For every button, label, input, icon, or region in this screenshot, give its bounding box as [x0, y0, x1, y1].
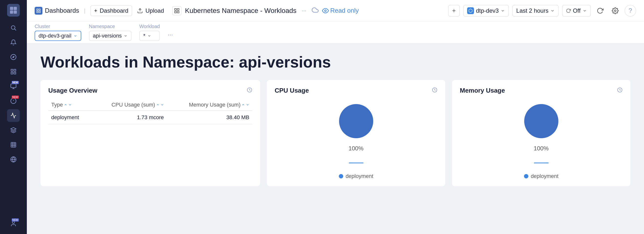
col-memory-usage[interactable]: Memory Usage (sum): [167, 99, 252, 111]
cpu-percentage: 100%: [348, 145, 364, 152]
namespace-filter-label: Namespace: [89, 24, 132, 29]
sidebar-item-alerts2[interactable]: NEW: [7, 95, 20, 107]
sidebar-item-dashboards[interactable]: [7, 65, 20, 78]
nav-dashboard-btn[interactable]: + Dashboard: [90, 5, 132, 16]
cpu-legend-line: [349, 163, 364, 163]
memory-usage-title: Memory Usage: [460, 87, 505, 94]
auto-refresh-selector[interactable]: Off: [562, 5, 591, 16]
page-title: Workloads in Namespace: api-versions: [40, 53, 630, 71]
topbar-title: Kubernetes Namespace - Workloads: [185, 7, 296, 15]
svg-rect-10: [11, 72, 13, 74]
usage-overview-clock: [247, 87, 252, 94]
workload-filter-value: *: [143, 33, 146, 39]
cpu-legend-label: deployment: [346, 173, 374, 179]
col-type[interactable]: Type: [48, 99, 92, 111]
svg-rect-19: [11, 142, 16, 147]
cluster-filter-value: dtp-dev3-grail: [38, 33, 72, 39]
more-options-icon[interactable]: ···: [300, 6, 308, 15]
help-icon: ?: [629, 7, 632, 14]
sidebar-item-incidents[interactable]: NEW: [7, 80, 20, 93]
filter-more-button[interactable]: ···: [168, 31, 173, 38]
workload-filter: Workload *: [139, 24, 160, 41]
settings-button[interactable]: [609, 5, 621, 16]
svg-line-5: [15, 29, 16, 30]
nav-dashboards[interactable]: Dashboards: [35, 7, 79, 15]
topbar-right: + dtp-dev3 Last 2 hours: [448, 5, 636, 16]
namespace-filter-select[interactable]: api-versions: [89, 31, 132, 41]
usage-overview-panel: Usage Overview Type: [40, 80, 260, 186]
cloud-icon: [312, 6, 318, 15]
svg-marker-18: [11, 127, 16, 130]
usage-table: Type: [48, 99, 252, 124]
namespace-filter-value: api-versions: [93, 33, 122, 39]
sort-cpu-icon: [156, 103, 160, 107]
svg-rect-34: [175, 11, 176, 13]
svg-rect-35: [177, 11, 179, 13]
sidebar-item-user[interactable]: NEW: [7, 218, 20, 230]
nav-dashboard-label: Dashboard: [100, 7, 128, 14]
memory-legend: deployment: [524, 173, 558, 179]
nav-upload-label: Upload: [146, 7, 164, 14]
cell-cpu: 1.73 mcore: [92, 111, 167, 124]
panels-row: Usage Overview Type: [40, 80, 630, 186]
namespace-filter-chevron: [124, 34, 128, 38]
help-button[interactable]: ?: [624, 5, 636, 16]
svg-rect-1: [14, 7, 17, 10]
workload-filter-chevron: [147, 34, 151, 38]
topbar: Dashboards | + Dashboard Upload: [27, 0, 644, 21]
svg-marker-7: [12, 56, 14, 58]
main-content: Dashboards | + Dashboard Upload: [27, 0, 644, 234]
filterbar: Cluster dtp-dev3-grail Namespace api-ver…: [27, 21, 644, 43]
sidebar-item-alerts[interactable]: [7, 36, 20, 49]
svg-point-26: [12, 221, 15, 224]
workload-filter-select[interactable]: *: [139, 31, 160, 41]
sidebar-item-metrics[interactable]: [7, 109, 20, 122]
cluster-chevron-icon: [500, 8, 505, 13]
cpu-usage-title: CPU Usage: [275, 87, 309, 94]
cell-type: deployment: [48, 111, 92, 124]
cluster-name: dtp-dev3: [476, 7, 498, 14]
cluster-icon: [467, 7, 474, 14]
nav-upload-btn[interactable]: Upload: [137, 7, 164, 14]
svg-rect-30: [39, 11, 40, 12]
memory-chart-area: 100% deployment: [460, 99, 622, 179]
memory-percentage: 100%: [534, 145, 548, 152]
sidebar-item-grid[interactable]: [7, 138, 20, 151]
cpu-usage-panel: CPU Usage 100%: [267, 80, 445, 186]
memory-legend-dot: [524, 174, 528, 178]
sidebar-item-explore[interactable]: [7, 51, 20, 63]
memory-clock: [617, 87, 622, 94]
usage-overview-header: Usage Overview: [48, 87, 252, 94]
read-only-badge: Read only: [322, 7, 359, 14]
svg-rect-28: [39, 9, 40, 10]
sidebar: NEW NEW NEW: [0, 0, 27, 234]
usage-overview-title: Usage Overview: [48, 87, 97, 94]
cpu-chart-area: 100% deployment: [275, 99, 438, 179]
svg-point-42: [524, 104, 558, 138]
svg-rect-2: [10, 10, 13, 14]
sidebar-item-layers[interactable]: [7, 124, 20, 137]
memory-usage-panel: Memory Usage 100%: [452, 80, 630, 186]
sidebar-item-globe[interactable]: [7, 153, 20, 166]
refresh-button[interactable]: [594, 5, 606, 16]
time-range-selector[interactable]: Last 2 hours: [512, 5, 558, 16]
col-cpu-usage[interactable]: CPU Usage (sum): [92, 99, 167, 111]
svg-point-36: [324, 10, 326, 11]
sidebar-item-search[interactable]: [7, 21, 20, 34]
add-panel-button[interactable]: +: [448, 5, 460, 16]
cpu-legend: deployment: [339, 173, 374, 179]
workload-filter-label: Workload: [139, 24, 160, 29]
sidebar-logo[interactable]: [7, 4, 20, 16]
svg-rect-8: [11, 69, 13, 71]
svg-rect-0: [10, 7, 13, 10]
filter-cpu-icon: [160, 103, 164, 107]
svg-rect-3: [14, 10, 17, 14]
svg-point-40: [339, 104, 373, 138]
svg-rect-29: [37, 11, 38, 12]
cluster-selector[interactable]: dtp-dev3: [463, 5, 509, 16]
auto-refresh-label: Off: [573, 7, 580, 14]
namespace-filter: Namespace api-versions: [89, 24, 132, 41]
nav-dashboards-label: Dashboards: [45, 7, 79, 14]
svg-point-37: [614, 10, 616, 11]
cluster-filter-select[interactable]: dtp-dev3-grail: [35, 31, 81, 41]
